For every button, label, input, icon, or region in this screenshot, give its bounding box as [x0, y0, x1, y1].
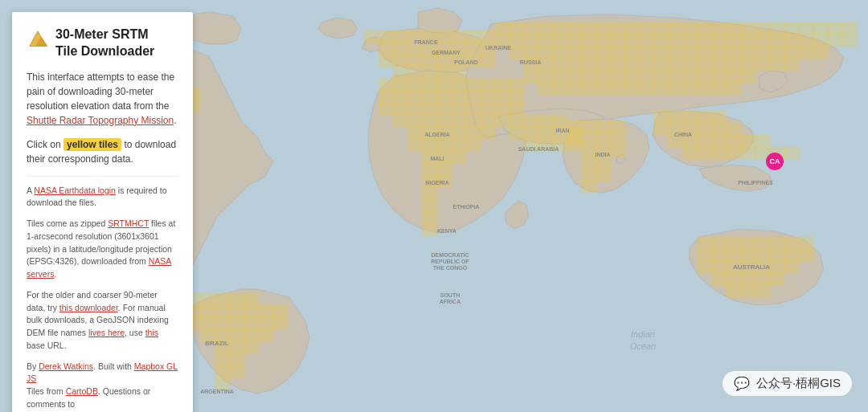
intro-text: This interface attempts to ease the pain…	[27, 71, 174, 112]
svg-text:SAUDI ARABIA: SAUDI ARABIA	[518, 146, 559, 152]
svg-text:IRAN: IRAN	[555, 128, 569, 133]
90m-after: , use	[125, 328, 145, 337]
login-note-text: A	[27, 186, 34, 195]
click-before: Click on	[27, 139, 63, 150]
wechat-icon: 💬	[734, 376, 750, 391]
watermark: 💬 公众号·梧桐GIS	[723, 371, 852, 396]
svg-text:RUSSIA: RUSSIA	[520, 59, 541, 65]
svg-text:INDIA: INDIA	[595, 152, 610, 157]
panel-title: 30-Meter SRTM Tile Downloader	[55, 27, 154, 60]
90m-note: For the older and coarser 90-meter data,…	[27, 289, 178, 353]
srtmhct-link[interactable]: SRTMHCT	[108, 218, 149, 228]
info-panel: 30-Meter SRTM Tile Downloader This inter…	[12, 12, 193, 412]
svg-text:MALI: MALI	[430, 156, 444, 161]
svg-text:GERMANY: GERMANY	[432, 50, 461, 55]
tiles-note-before: Tiles come as zipped	[27, 218, 108, 228]
svg-text:Indian: Indian	[631, 329, 655, 339]
90m-downloader-link[interactable]: this downloader	[59, 303, 118, 312]
map-marker: CA	[766, 153, 784, 170]
intro-section: This interface attempts to ease the pain…	[27, 70, 178, 128]
90m-end: base URL.	[27, 341, 67, 350]
nasa-login-link[interactable]: NASA Earthdata login	[34, 186, 116, 195]
base-url-link[interactable]: this	[145, 328, 158, 337]
tiles-note-end: .	[54, 269, 56, 279]
svg-text:DEMOCRATICREPUBLIC OFTHE CONGO: DEMOCRATICREPUBLIC OFTHE CONGO	[431, 252, 469, 271]
svg-text:CHINA: CHINA	[674, 132, 692, 137]
derek-watkins-link[interactable]: Derek Watkins	[39, 361, 93, 371]
svg-text:ARGENTINA: ARGENTINA	[200, 389, 234, 394]
svg-text:ALGERIA: ALGERIA	[424, 132, 450, 137]
svg-text:Ocean: Ocean	[630, 341, 656, 351]
tiles-note: Tiles come as zipped SRTMHCT files at 1-…	[27, 218, 178, 281]
svg-text:UKRAINE: UKRAINE	[485, 45, 511, 51]
credit-by: By	[27, 361, 39, 371]
svg-text:FRANCE: FRANCE	[414, 39, 437, 45]
watermark-text: 公众号·梧桐GIS	[756, 376, 841, 391]
svg-text:POLAND: POLAND	[454, 59, 478, 65]
svg-text:BRAZIL: BRAZIL	[205, 340, 228, 347]
svg-text:SOUTHAFRICA: SOUTHAFRICA	[440, 292, 461, 304]
divider-1	[27, 176, 178, 177]
click-instruction: Click on yellow tiles to download their …	[27, 137, 178, 166]
credit-built: . Built with	[93, 361, 134, 371]
svg-text:ETHIOPIA: ETHIOPIA	[452, 204, 479, 210]
lives-here-link[interactable]: lives here	[88, 328, 125, 337]
yellow-tiles-label: yellow tiles	[63, 138, 121, 151]
login-note: A NASA Earthdata login is required to do…	[27, 185, 178, 210]
svg-text:AUSTRALIA: AUSTRALIA	[733, 263, 770, 271]
mountain-icon	[27, 28, 49, 51]
intro-end: .	[174, 115, 176, 126]
svg-text:NIGERIA: NIGERIA	[425, 180, 448, 186]
svg-text:PHILIPPINES: PHILIPPINES	[738, 180, 773, 186]
svg-text:KENYA: KENYA	[437, 228, 457, 234]
credits-section: By Derek Watkins. Built with Mapbox GL J…	[27, 361, 178, 412]
credit-tiles: Tiles from	[27, 386, 66, 396]
cartodb-link[interactable]: CartoDB	[66, 386, 98, 396]
panel-header: 30-Meter SRTM Tile Downloader	[27, 27, 178, 60]
srtm-link[interactable]: Shuttle Radar Topography Mission	[27, 115, 174, 126]
